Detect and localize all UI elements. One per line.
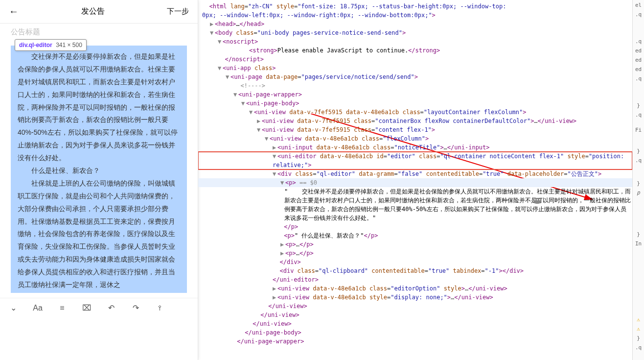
editor-paragraph: 什么是社保、新农合？ (18, 165, 180, 177)
dom-node: </uni-view> (198, 302, 632, 311)
dom-node[interactable]: ▼<div class="ql-editor" data-gramm="fals… (198, 169, 632, 178)
rail-item: .q (635, 11, 642, 18)
dom-tree[interactable]: <html lang="zh-CN" style="font-size: 18.… (198, 0, 632, 360)
dom-node: </noscript> (198, 55, 632, 64)
editor-paragraph: 交社保并不是必须要停掉新农合，但是如果是社会保险的参保人员就可以不用缴纳新农合。… (18, 50, 180, 165)
editor-toolbar: ⌄ Aa ≡ ⌧ ↶ ↷ ⫯ (0, 298, 198, 317)
dom-node[interactable]: ▼<uni-view data-v-7fef5915 class="conten… (198, 125, 632, 134)
undo-icon[interactable]: ↶ (105, 303, 117, 312)
dom-node: </uni-page-wrapper> (198, 337, 632, 346)
rail-item: } (637, 102, 640, 109)
elements-inspector: <html lang="zh-CN" style="font-size: 18.… (198, 0, 644, 360)
dom-node: </uni-view> (198, 311, 632, 319)
dom-node[interactable]: <html lang="zh-CN" style="font-size: 18.… (198, 2, 632, 20)
dom-node: <!----> (198, 81, 632, 90)
dom-node[interactable]: ▶<uni-input data-v-48e6a1cb class="notic… (198, 143, 632, 152)
font-size-icon[interactable]: Aa (31, 304, 44, 312)
rail-item: ed (635, 57, 642, 63)
next-button[interactable]: 下一步 (167, 7, 189, 16)
dom-node[interactable]: ▶<p>…</p> (198, 249, 632, 258)
dom-node[interactable]: ▶<uni-view data-v-7fef5915 class="contai… (198, 117, 632, 125)
rail-item: .q (635, 157, 642, 164)
dom-node[interactable]: ▼<uni-page-body> (198, 99, 632, 108)
image-icon[interactable]: ⌧ (80, 303, 93, 312)
title-placeholder: 公告标题 (11, 27, 40, 36)
redo-icon[interactable]: ↷ (129, 303, 142, 312)
mobile-header: ← 发公告 下一步 (0, 0, 198, 24)
dom-node[interactable]: ▶<uni-view data-v-48e6a1cb style="displa… (198, 293, 632, 302)
styles-rail: el .q .q ed ed ed .q } .q Fi } .q } p } … (632, 0, 644, 360)
dom-node: </uni-view> (198, 319, 632, 328)
rail-item: ed (635, 48, 642, 54)
rail-item: p (637, 190, 640, 196)
rail-item: ed (635, 66, 642, 72)
ql-editor[interactable]: 交社保并不是必须要停掉新农合，但是如果是社会保险的参保人员就可以不用缴纳新农合。… (11, 46, 187, 293)
rail-item: } (637, 335, 640, 341)
dom-node: </uni-page-body> (198, 328, 632, 337)
dom-node: <strong>Please enable JavaScript to cont… (198, 46, 632, 55)
rail-item: Fi (635, 127, 642, 133)
dom-node-highlighted[interactable]: ▼<uni-editor data-v-48e6a1cb id="editor"… (198, 152, 632, 169)
dom-node[interactable]: ▶<uni-view data-v-48e6a1cb class="editor… (198, 284, 632, 293)
dom-node[interactable]: ▼<uni-view data-v-7fef5915 data-v-48e6a1… (198, 108, 632, 117)
dom-node[interactable]: ▼<body class="uni-body pages-service-not… (198, 28, 632, 37)
back-icon[interactable]: ← (9, 6, 19, 17)
dom-node[interactable]: ▼<noscript> (198, 37, 632, 46)
mobile-preview: ← 发公告 下一步 公告标题 div.ql-editor 341 × 500 交… (0, 0, 198, 360)
rail-item: .q (635, 38, 642, 45)
rail-item: .q (635, 344, 642, 351)
rail-item: .q (635, 112, 642, 118)
dom-node[interactable]: ▼<uni-view data-v-48e6a1cb class="flexCo… (198, 134, 632, 143)
chevron-down-icon[interactable]: ⌄ (7, 303, 20, 312)
warning-icon: ⚠ (637, 316, 640, 323)
overflow-dots-icon[interactable]: ••• (533, 198, 541, 204)
dom-node: </div> (198, 258, 632, 266)
page-title: 发公告 (81, 6, 105, 17)
dom-node[interactable]: ▼<uni-app class> (198, 64, 632, 72)
rail-item: el (635, 2, 642, 8)
tooltip-dimensions: 341 × 500 (56, 42, 82, 48)
editor-paragraph: 社保就是上班的人在公司缴纳的保险，叫做城镇职工医疗保险，就是由公司和个人共同缴纳… (18, 177, 180, 291)
rail-item: } (637, 180, 640, 187)
marker-icon[interactable]: ⫯ (154, 304, 166, 312)
tooltip-selector: div.ql-editor (19, 42, 52, 48)
dom-node[interactable]: ▶<p>…</p> (198, 240, 632, 249)
list-icon[interactable]: ≡ (56, 304, 69, 312)
dom-node[interactable]: ▶<head>…</head> (198, 20, 632, 28)
dom-node[interactable]: ▼<uni-page-wrapper> (198, 90, 632, 99)
warning-icon: ⚠ (637, 326, 640, 332)
rail-item: } (637, 148, 640, 154)
dom-node[interactable]: <div class="ql-clipboard" contenteditabl… (198, 266, 632, 275)
rail-item: In (635, 240, 642, 247)
dom-node[interactable]: <p>" 什么是社保、新农合？"</p> (198, 231, 632, 240)
title-input-area[interactable]: 公告标题 div.ql-editor 341 × 500 (0, 24, 198, 37)
rail-item: } (637, 231, 640, 238)
dom-node: </uni-editor> (198, 275, 632, 284)
dom-node-selected[interactable]: ▼<p> == $0 (198, 178, 632, 187)
inspector-tooltip: div.ql-editor 341 × 500 (15, 39, 87, 51)
dom-text: " 交社保并不是必须要停掉新农合，但是如果是社会保险的参保人员就可以不用缴纳新农… (198, 187, 632, 222)
dom-node[interactable]: ▼<uni-page data-page="pages/service/noti… (198, 72, 632, 81)
rail-item: .q (635, 75, 642, 82)
dom-node: </p> (198, 222, 632, 231)
